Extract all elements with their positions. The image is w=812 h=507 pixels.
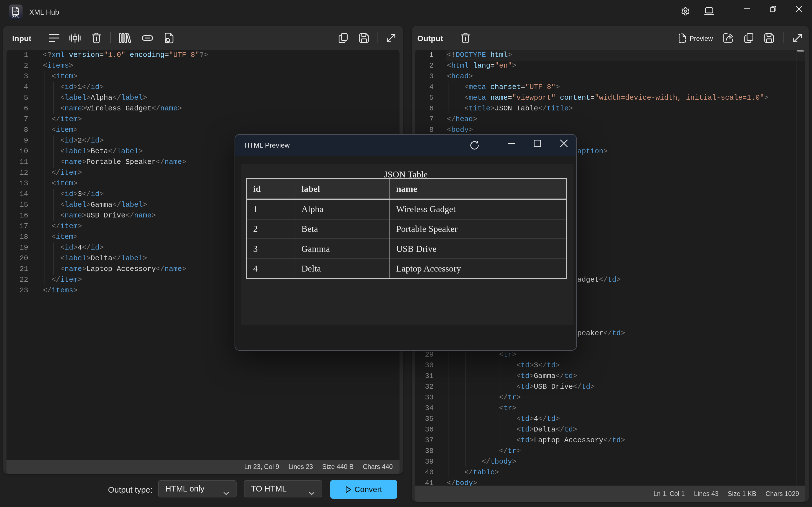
svg-text:</>: </> <box>13 10 18 13</box>
svg-text:XML: XML <box>12 14 20 18</box>
